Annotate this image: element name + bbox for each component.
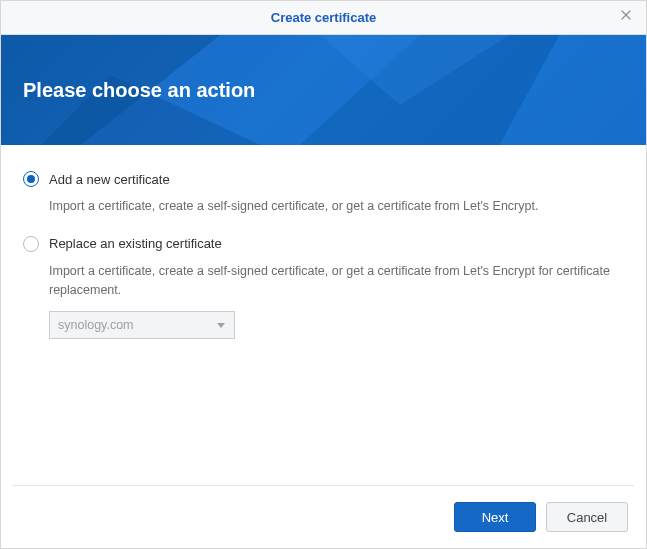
titlebar: Create certificate [1,1,646,35]
footer: Next Cancel [1,486,646,548]
dropdown-value: synology.com [58,318,134,332]
option-label: Replace an existing certificate [49,236,222,251]
option-replace-certificate: Replace an existing certificate Import a… [23,236,624,340]
banner-heading: Please choose an action [23,79,255,102]
certificate-dropdown[interactable]: synology.com [49,311,235,339]
radio-icon [23,236,39,252]
option-description: Import a certificate, create a self-sign… [49,262,624,300]
close-icon[interactable] [616,7,636,27]
next-button[interactable]: Next [454,502,536,532]
dialog-title: Create certificate [1,10,646,25]
svg-marker-8 [217,323,225,328]
banner: Please choose an action [1,35,646,145]
content-area: Add a new certificate Import a certifica… [1,145,646,485]
radio-icon [23,171,39,187]
chevron-down-icon [216,320,226,330]
option-label: Add a new certificate [49,172,170,187]
create-certificate-dialog: Create certificate Please choose an acti… [0,0,647,549]
radio-add-certificate[interactable]: Add a new certificate [23,171,624,187]
option-add-certificate: Add a new certificate Import a certifica… [23,171,624,216]
option-description: Import a certificate, create a self-sign… [49,197,624,216]
radio-replace-certificate[interactable]: Replace an existing certificate [23,236,624,252]
cancel-button[interactable]: Cancel [546,502,628,532]
